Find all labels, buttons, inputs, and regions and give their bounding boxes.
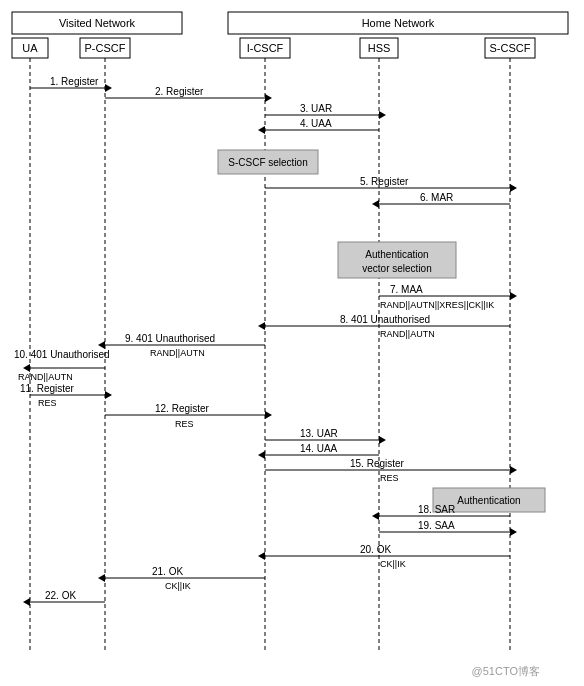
svg-marker-39 [379, 436, 386, 444]
svg-marker-33 [23, 364, 30, 372]
auth-vector-label1: Authentication [365, 249, 428, 260]
msg22-label: 22. OK [45, 590, 76, 601]
scscf-entity: S-CSCF [490, 42, 531, 54]
msg13-label: 13. UAR [300, 428, 338, 439]
svg-marker-13 [105, 84, 112, 92]
svg-marker-15 [265, 94, 272, 102]
icscf-entity: I-CSCF [247, 42, 284, 54]
visited-network-label: Visited Network [59, 17, 136, 29]
msg11-label: 11. Register [20, 383, 75, 394]
msg20-sub: CK||IK [380, 559, 406, 569]
msg10-sub: RAND||AUTN [18, 372, 73, 382]
msg15-label: 15. Register [350, 458, 405, 469]
msg6-label: 6. MAR [420, 192, 453, 203]
svg-marker-17 [379, 111, 386, 119]
msg19-label: 19. SAA [418, 520, 455, 531]
msg12-sub: RES [175, 419, 194, 429]
svg-marker-50 [258, 552, 265, 560]
pcscf-entity: P-CSCF [85, 42, 126, 54]
svg-marker-22 [510, 184, 517, 192]
svg-marker-37 [265, 411, 272, 419]
auth-vector-label2: vector selection [362, 263, 431, 274]
msg3-label: 3. UAR [300, 103, 332, 114]
msg8-sub: RAND||AUTN [380, 329, 435, 339]
msg18-label: 18. SAR [418, 504, 455, 515]
msg12-label: 12. Register [155, 403, 210, 414]
home-network-label: Home Network [362, 17, 435, 29]
msg9-label: 9. 401 Unauthorised [125, 333, 215, 344]
msg21-label: 21. OK [152, 566, 183, 577]
msg11-sub: RES [38, 398, 57, 408]
watermark: @51CTO博客 [472, 665, 540, 677]
msg8-label: 8. 401 Unauthorised [340, 314, 430, 325]
msg7-sub: RAND||AUTN||XRES||CK||IK [380, 300, 494, 310]
msg14-label: 14. UAA [300, 443, 338, 454]
msg5-label: 5. Register [360, 176, 409, 187]
msg21-sub: CK||IK [165, 581, 191, 591]
svg-marker-24 [372, 200, 379, 208]
msg1-label: 1. Register [50, 76, 99, 87]
svg-marker-54 [23, 598, 30, 606]
ua-entity: UA [22, 42, 38, 54]
svg-marker-29 [258, 322, 265, 330]
svg-marker-27 [510, 292, 517, 300]
msg9-sub: RAND||AUTN [150, 348, 205, 358]
svg-marker-41 [258, 451, 265, 459]
svg-marker-52 [98, 574, 105, 582]
svg-marker-19 [258, 126, 265, 134]
svg-marker-48 [510, 528, 517, 536]
msg20-label: 20. OK [360, 544, 391, 555]
diagram-svg: Visited Network Home Network UA P-CSCF I… [0, 0, 584, 686]
hss-entity: HSS [368, 42, 391, 54]
auth-label: Authentication [457, 495, 520, 506]
msg7-label: 7. MAA [390, 284, 423, 295]
msg10-label: 10. 401 Unauthorised [14, 349, 110, 360]
svg-marker-35 [105, 391, 112, 399]
scscf-selection-label: S-CSCF selection [228, 157, 307, 168]
sequence-diagram: Visited Network Home Network UA P-CSCF I… [0, 0, 584, 686]
msg2-label: 2. Register [155, 86, 204, 97]
svg-marker-43 [510, 466, 517, 474]
svg-marker-31 [98, 341, 105, 349]
svg-marker-46 [372, 512, 379, 520]
msg15-sub: RES [380, 473, 399, 483]
msg4-label: 4. UAA [300, 118, 332, 129]
